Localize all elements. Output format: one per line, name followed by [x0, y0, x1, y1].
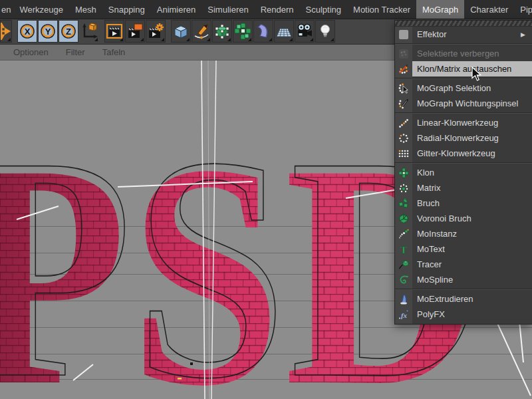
- tracer-icon: [395, 257, 412, 272]
- klon-icon: [395, 165, 412, 180]
- bruch-icon: [395, 196, 412, 211]
- motext-icon: T: [395, 241, 412, 257]
- menubar-item-simulieren[interactable]: Simulieren: [201, 0, 254, 19]
- gitter-klonwerkzeug-icon: [395, 146, 412, 161]
- menu-item-moinstanz[interactable]: MoInstanz: [395, 226, 532, 241]
- menu-item-gitter-klonwerkzeug[interactable]: Gitter-Klonwerkzeug: [395, 146, 532, 161]
- menubar-item-motion-tracker[interactable]: Motion Tracker: [347, 0, 416, 19]
- mograph-wichtungspinsel-icon: [395, 96, 412, 111]
- axis-y-label: Y: [45, 27, 51, 37]
- menu-item-selektierte-verbergen: Selektierte verbergen: [395, 46, 532, 61]
- viewport-menu-filter[interactable]: Filter: [57, 47, 94, 57]
- menu-item-klon[interactable]: Klon: [395, 165, 532, 180]
- mograph-selektion-icon: [395, 80, 412, 96]
- menu-item-effektor[interactable]: Effektor ▶: [395, 27, 532, 42]
- camera-icon[interactable]: [295, 20, 315, 43]
- spline-point-marker[interactable]: [190, 362, 193, 365]
- menu-item-klon-matrix-austauschen[interactable]: Klon/Matrix austauschen: [395, 61, 532, 76]
- axis-z-label: Z: [66, 27, 71, 37]
- klon-matrix-austauschen-icon: [395, 61, 412, 76]
- menubar-item-pipeline[interactable]: Pipeline: [514, 0, 532, 19]
- menu-separator: [395, 42, 532, 46]
- polyfx-icon: fx: [395, 307, 412, 322]
- viewport-menu-tafeln[interactable]: Tafeln: [94, 47, 134, 57]
- menu-item-bruch[interactable]: Bruch: [395, 196, 532, 211]
- render-view-icon[interactable]: [104, 20, 124, 43]
- mospline-icon: [395, 272, 412, 287]
- menu-item-radial-klonwerkzeug[interactable]: Radial-Klonwerkzeug: [395, 130, 532, 146]
- menu-tearoff-strip[interactable]: [395, 21, 532, 27]
- array-generator-icon[interactable]: [233, 20, 253, 43]
- menubar-item-sculpting[interactable]: Sculpting: [300, 0, 347, 19]
- moinstanz-icon: [395, 226, 412, 241]
- light-icon[interactable]: [315, 20, 335, 43]
- menu-separator: [395, 111, 532, 115]
- voronoi-bruch-icon: [395, 211, 412, 226]
- menu-item-moextrudieren[interactable]: MoExtrudieren: [395, 291, 532, 307]
- effektor-blank-icon: [395, 27, 412, 42]
- menubar-item-mograph[interactable]: MoGraph: [416, 0, 464, 19]
- main-menubar: en Werkzeuge Mesh Snapping Animieren Sim…: [0, 0, 532, 19]
- axis-tick-marker: [178, 378, 182, 380]
- primitive-cube-icon[interactable]: [171, 20, 191, 43]
- menu-separator: [395, 161, 532, 165]
- spline-pen-icon[interactable]: [192, 20, 211, 43]
- menu-separator: [395, 76, 532, 80]
- move-tool-icon[interactable]: [0, 20, 12, 43]
- menu-item-voronoi-bruch[interactable]: Voronoi Bruch: [395, 211, 532, 226]
- menubar-item-mesh[interactable]: Mesh: [69, 0, 102, 19]
- selektierte-verbergen-icon: [395, 46, 412, 61]
- menu-item-motext[interactable]: T MoText: [395, 241, 532, 257]
- render-settings-icon[interactable]: [146, 20, 166, 43]
- mograph-dropdown-menu: Effektor ▶ Selektierte verbergen Klon/Ma…: [394, 20, 532, 325]
- svg-text:T: T: [400, 244, 407, 255]
- floor-icon[interactable]: [274, 20, 294, 43]
- menubar-item-snapping[interactable]: Snapping: [102, 0, 151, 19]
- menu-item-mograph-selektion[interactable]: MoGraph Selektion: [395, 80, 532, 96]
- viewport-menu-optionen[interactable]: Optionen: [0, 47, 57, 57]
- axis-x-label: X: [25, 27, 31, 37]
- menubar-item-partial[interactable]: en: [0, 0, 13, 19]
- menubar-item-animieren[interactable]: Animieren: [151, 0, 202, 19]
- menu-item-tracer[interactable]: Tracer: [395, 257, 532, 272]
- lock-y-icon[interactable]: Y: [38, 20, 58, 43]
- lock-x-icon[interactable]: X: [17, 20, 37, 43]
- subdivision-surface-icon[interactable]: [212, 20, 232, 43]
- menu-item-linear-klonwerkzeug[interactable]: Linear-Klonwerkzeug: [395, 115, 532, 130]
- menu-item-polyfx[interactable]: fx PolyFX: [395, 307, 532, 322]
- menu-separator: [395, 287, 532, 291]
- deformer-icon[interactable]: [253, 20, 273, 43]
- linear-klonwerkzeug-icon: [395, 115, 412, 130]
- matrix-icon: [395, 180, 412, 196]
- menu-item-mograph-wichtungspinsel[interactable]: MoGraph Wichtungspinsel: [395, 96, 532, 111]
- render-picture-viewer-icon[interactable]: [125, 20, 145, 43]
- menu-item-mospline[interactable]: MoSpline: [395, 272, 532, 287]
- lock-z-icon[interactable]: Z: [59, 20, 78, 43]
- submenu-arrow-icon: ▶: [521, 31, 532, 38]
- coordinate-system-icon[interactable]: [79, 20, 99, 43]
- radial-klonwerkzeug-icon: [395, 130, 412, 146]
- moextrudieren-icon: [395, 291, 412, 307]
- menubar-item-rendern[interactable]: Rendern: [255, 0, 300, 19]
- menubar-item-werkzeuge[interactable]: Werkzeuge: [13, 0, 69, 19]
- move-tool-glyph: [0, 23, 11, 40]
- menu-item-matrix[interactable]: Matrix: [395, 180, 532, 196]
- menubar-item-charakter[interactable]: Charakter: [464, 0, 514, 19]
- svg-text:fx: fx: [401, 311, 408, 319]
